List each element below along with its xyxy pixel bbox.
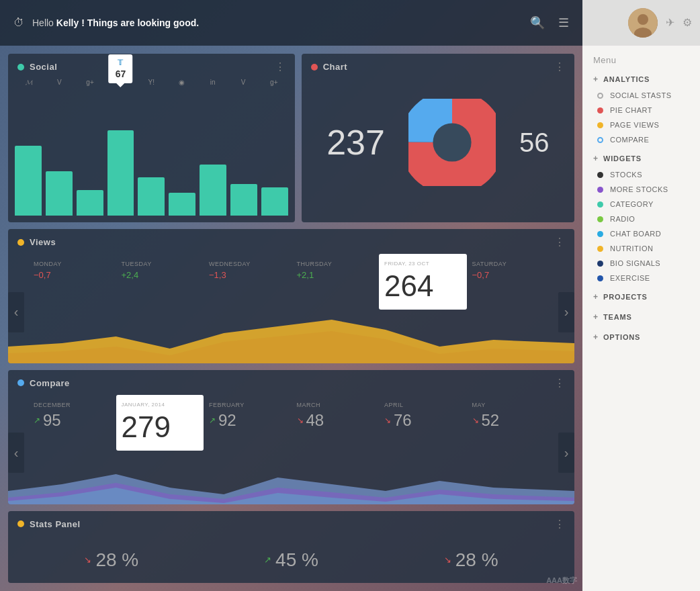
sidebar-item-stocks[interactable]: STOCKS — [582, 167, 700, 182]
views-widget-header: Views ⋮ — [8, 229, 574, 254]
compare-january: JANUARY, 2014 279 — [116, 395, 204, 451]
chart-widget: Chart ⋮ 237 56 — [302, 54, 574, 222]
options-plus-icon: + — [593, 332, 598, 342]
day-change-saturday: −0,7 — [472, 270, 550, 280]
day-change-wednesday: −1,3 — [209, 270, 286, 280]
social-chart: 𝕋 67 — [8, 88, 295, 222]
views-content: ‹ › MONDAY −0,7 TUESDAY +2,4 WEDNES — [8, 254, 574, 363]
social-icon-other: ◉ — [168, 79, 196, 87]
compare-april: APRIL ↘ 76 — [379, 395, 467, 451]
social-widget-header: Social ⋮ — [8, 54, 295, 79]
sidebar-item-nutrition[interactable]: NUTRITION — [582, 241, 700, 256]
chart-left-number: 237 — [326, 122, 385, 163]
tooltip-icon: 𝕋 — [116, 58, 126, 67]
stats-title-row: Stats Panel — [17, 519, 81, 529]
chart-widget-header: Chart ⋮ — [302, 54, 574, 79]
chart-right-number: 56 — [519, 128, 550, 158]
widgets-section-header[interactable]: + WIDGETS — [582, 150, 700, 167]
compare-menu-icon[interactable]: ⋮ — [554, 377, 565, 390]
svg-point-9 — [638, 14, 648, 25]
stats-value-3: 28 % — [455, 549, 498, 571]
chart-menu-icon[interactable]: ⋮ — [554, 60, 565, 73]
social-title-row: Social — [17, 62, 57, 72]
send-icon[interactable]: ✈ — [666, 16, 674, 29]
sidebar-label-social-stats: SOCIAL STASTS — [610, 91, 671, 99]
teams-section-title: TEAMS — [603, 313, 632, 321]
radio-dot — [597, 216, 603, 222]
sidebar-section-options: + OPTIONS — [582, 328, 700, 346]
day-label-tuesday: TUESDAY — [122, 261, 199, 267]
main-content: ⏱ Hello Kelly ! Things are looking good.… — [0, 0, 582, 591]
avatar-svg — [628, 8, 658, 38]
sidebar: ✈ ⚙ Menu + ANALYTICS SOCIAL STASTS PIE C… — [582, 0, 700, 591]
search-icon[interactable]: 🔍 — [530, 15, 545, 30]
header-message: ! Things are looking good. — [79, 17, 199, 28]
header-greeting: Hello Kelly ! Things are looking good. — [32, 17, 199, 28]
options-section-header[interactable]: + OPTIONS — [582, 328, 700, 346]
sidebar-item-pie-chart[interactable]: PIE CHART — [582, 103, 700, 118]
views-chart-area — [8, 310, 574, 363]
sidebar-item-chat-board[interactable]: CHAT BOARD — [582, 226, 700, 241]
social-menu-icon[interactable]: ⋮ — [275, 60, 286, 73]
stats-menu-icon[interactable]: ⋮ — [554, 518, 565, 531]
social-icon-linkedin: in — [199, 79, 227, 87]
teams-section-header[interactable]: + TEAMS — [582, 308, 700, 326]
sidebar-item-bio-signals[interactable]: BIO SIGNALS — [582, 256, 700, 271]
compare-march: MARCH ↘ 48 — [292, 395, 380, 451]
compare-title: Compare — [30, 378, 70, 388]
sidebar-label-exercise: EXERCISE — [610, 274, 650, 282]
compare-value-mar: 48 — [306, 411, 324, 430]
views-next-arrow[interactable]: › — [558, 292, 574, 332]
sidebar-item-radio[interactable]: RADIO — [582, 212, 700, 226]
stocks-dot — [597, 172, 603, 178]
compare-prev-arrow[interactable]: ‹ — [8, 433, 24, 473]
analytics-section-header[interactable]: + ANALYTICS — [582, 71, 700, 88]
compare-value-jan: 279 — [122, 410, 199, 444]
social-icon-gplus: g+ — [76, 79, 104, 87]
compare-next-arrow[interactable]: › — [558, 433, 574, 473]
sidebar-item-more-stocks[interactable]: MORE STOCKS — [582, 182, 700, 197]
views-prev-arrow[interactable]: ‹ — [8, 292, 24, 332]
day-label-monday: MONDAY — [34, 261, 111, 267]
compare-chart-area — [8, 451, 574, 504]
sidebar-label-page-views: PAGE VIEWS — [610, 121, 659, 129]
more-stocks-dot — [597, 187, 603, 193]
compare-value-may: 52 — [482, 411, 500, 430]
compare-value-apr: 76 — [394, 411, 412, 430]
views-day-monday: MONDAY −0,7 — [28, 254, 116, 310]
sidebar-section-projects: + PROJECTS — [582, 288, 700, 306]
pie-chart-container — [408, 99, 496, 186]
sidebar-item-exercise[interactable]: EXERCISE — [582, 271, 700, 285]
bio-signals-dot — [597, 261, 603, 267]
sidebar-label-stocks: STOCKS — [610, 171, 642, 179]
views-menu-icon[interactable]: ⋮ — [554, 236, 565, 248]
views-title: Views — [30, 237, 56, 247]
sidebar-item-category[interactable]: CATEGORY — [582, 197, 700, 212]
compare-value-dec: 95 — [43, 411, 61, 430]
compare-value-feb: 92 — [218, 411, 236, 430]
day-change-monday: −0,7 — [34, 270, 111, 280]
stats-content: ↘ 28 % ↗ 45 % ↘ 28 % — [8, 536, 574, 578]
bar-tooltip: 𝕋 67 — [109, 54, 133, 83]
sidebar-item-compare[interactable]: COMPARE — [582, 132, 700, 147]
sidebar-label-nutrition: NUTRITION — [610, 244, 653, 253]
day-value-friday: 264 — [384, 269, 462, 303]
teams-plus-icon: + — [593, 312, 598, 322]
social-icon-yahoo: Y! — [138, 79, 166, 87]
sidebar-section-analytics: + ANALYTICS SOCIAL STASTS PIE CHART PAGE… — [582, 71, 700, 147]
analytics-plus-icon: + — [593, 75, 598, 84]
social-icon-vimeo: V — [46, 79, 74, 87]
sidebar-item-page-views[interactable]: PAGE VIEWS — [582, 118, 700, 132]
widgets-section-title: WIDGETS — [603, 154, 642, 163]
settings-icon[interactable]: ⚙ — [683, 16, 692, 29]
views-days-row: MONDAY −0,7 TUESDAY +2,4 WEDNESDAY −1,3 — [8, 254, 574, 310]
chat-board-dot — [597, 231, 603, 237]
projects-section-header[interactable]: + PROJECTS — [582, 288, 700, 306]
sidebar-avatar-area: ✈ ⚙ — [582, 0, 700, 46]
sidebar-item-social-stats[interactable]: SOCIAL STASTS — [582, 88, 700, 103]
hamburger-menu-icon[interactable]: ☰ — [558, 15, 569, 30]
stats-value-2: 45 % — [275, 549, 318, 571]
compare-widget: Compare ⋮ ‹ › DECEMBER ↗ 95 — [8, 370, 574, 504]
clock-icon: ⏱ — [13, 17, 24, 29]
stats-widget-header: Stats Panel ⋮ — [8, 511, 574, 536]
